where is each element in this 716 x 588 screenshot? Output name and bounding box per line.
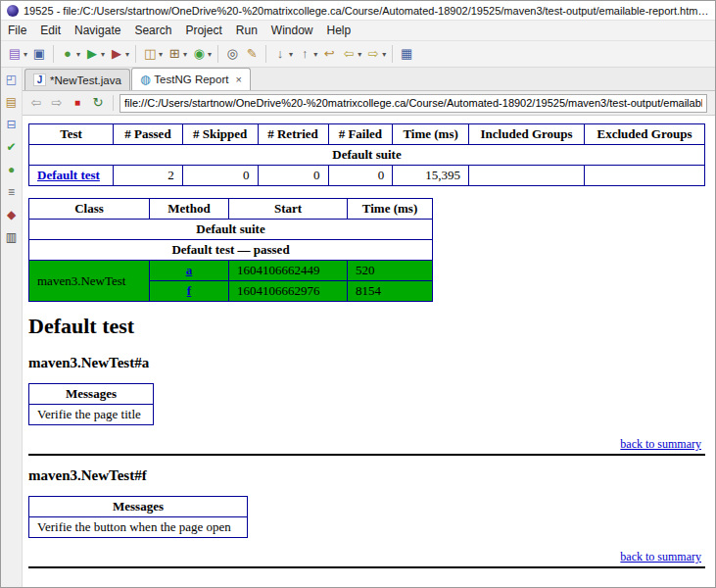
start-timestamp: 1604106662449 <box>229 261 348 281</box>
left-view-strip: ◰ ▤ ⊟ ✔ ● ≡ ◆ ▥ <box>1 68 23 588</box>
menu-file[interactable]: File <box>1 22 33 39</box>
stop-icon[interactable]: ■ <box>69 94 86 112</box>
web-page-icon: ◍ <box>140 73 150 86</box>
tab-testng-report[interactable]: ◍ TestNG Report × <box>131 68 251 90</box>
messages-header: Messages <box>29 497 248 517</box>
new-wizard-icon[interactable]: ▤ <box>5 43 29 65</box>
test-heading: Default test <box>28 314 705 339</box>
menu-navigate[interactable]: Navigate <box>68 22 127 39</box>
junit-icon[interactable]: ✔ <box>4 139 20 155</box>
debug-icon[interactable]: ● <box>58 43 82 65</box>
method-detail-table: Class Method Start Time (ms) Default sui… <box>28 198 433 302</box>
method-f-heading: maven3.NewTest#f <box>28 467 705 484</box>
col-start: Start <box>229 199 348 220</box>
method-a-link[interactable]: a <box>186 263 193 277</box>
suite-name-row: Default suite <box>29 220 433 240</box>
retried-count: 0 <box>258 166 328 186</box>
class-name: maven3.NewTest <box>29 261 150 302</box>
editor-area: J *NewTest.java ◍ TestNG Report × ⇦ ⇨ ■ … <box>23 68 715 588</box>
search-icon[interactable]: ◎ <box>222 43 242 65</box>
save-icon[interactable]: ▣ <box>29 43 49 65</box>
main-toolbar: ▤ ▣ ● ▶ ▶ ◫ ⊞ ◉ ◎ ✎ ↓ ↑ ↩ ⇦ ⇨ ▦ <box>1 41 715 68</box>
debug-view-icon[interactable]: ● <box>4 162 20 177</box>
toolbar-separator <box>217 45 218 63</box>
previous-annotation-icon[interactable]: ↑ <box>295 43 319 65</box>
menu-bar: File Edit Navigate Search Project Run Wi… <box>1 21 715 41</box>
forward-history-icon[interactable]: ⇨ <box>363 43 388 65</box>
method-a-heading: maven3.NewTest#a <box>28 355 705 371</box>
tab-label: *NewTest.java <box>50 74 121 86</box>
col-passed: # Passed <box>114 124 182 145</box>
new-class-icon[interactable]: ◉ <box>189 43 214 65</box>
suite-name-row: Default suite <box>29 145 705 166</box>
menu-search[interactable]: Search <box>127 22 178 39</box>
col-time-ms: Time (ms) <box>348 199 433 220</box>
report-content: Test # Passed # Skipped # Retried # Fail… <box>23 116 715 588</box>
open-task-icon[interactable]: ✎ <box>242 43 262 65</box>
window-title: 19525 - file:/C:/Users/startnow/OneDrive… <box>24 5 709 17</box>
testng-view-icon[interactable]: ◆ <box>4 207 20 222</box>
menu-window[interactable]: Window <box>264 22 320 39</box>
col-test: Test <box>29 124 114 145</box>
back-to-summary-link[interactable]: back to summary <box>620 437 701 451</box>
tab-newtest-java[interactable]: J *NewTest.java <box>24 69 130 90</box>
passed-count: 2 <box>114 166 182 186</box>
next-annotation-icon[interactable]: ↓ <box>270 43 295 65</box>
message-text: Verifie the button when the page open <box>29 517 248 538</box>
close-icon[interactable]: × <box>235 74 241 85</box>
toolbar-separator <box>53 45 54 63</box>
suite-summary-table: Test # Passed # Skipped # Retried # Fail… <box>28 123 705 186</box>
last-edit-location-icon[interactable]: ↩ <box>319 43 339 65</box>
menu-run[interactable]: Run <box>229 22 264 39</box>
browser-separator <box>113 95 114 111</box>
test-status-row: Default test — passed <box>29 240 433 261</box>
title-bar: 19525 - file:/C:/Users/startnow/OneDrive… <box>1 1 715 21</box>
back-to-summary-row: back to summary <box>28 437 701 452</box>
console-icon[interactable]: ▥ <box>4 229 20 245</box>
new-package-icon[interactable]: ⊞ <box>165 43 189 65</box>
eclipse-window: 19525 - file:/C:/Users/startnow/OneDrive… <box>0 0 716 588</box>
back-to-summary-link[interactable]: back to summary <box>620 550 701 564</box>
workbench-body: ◰ ▤ ⊟ ✔ ● ≡ ◆ ▥ J *NewTest.java ◍ TestNG… <box>1 68 715 588</box>
run-icon[interactable]: ▶ <box>82 43 107 65</box>
default-test-link[interactable]: Default test <box>37 168 100 182</box>
col-failed: # Failed <box>328 124 393 145</box>
new-java-project-icon[interactable]: ◫ <box>140 43 165 65</box>
messages-table-a: Messages Verifie the page title <box>28 383 154 425</box>
menu-help[interactable]: Help <box>320 22 358 39</box>
type-hierarchy-icon[interactable]: ⊟ <box>4 117 20 132</box>
forward-icon[interactable]: ⇨ <box>48 94 66 112</box>
address-bar[interactable] <box>119 94 707 113</box>
back-history-icon[interactable]: ⇦ <box>339 43 363 65</box>
menu-edit[interactable]: Edit <box>33 22 68 39</box>
time-value: 15,395 <box>393 166 469 186</box>
col-class: Class <box>29 199 150 220</box>
toolbar-separator <box>135 45 136 63</box>
included-groups-value <box>469 166 585 186</box>
menu-project[interactable]: Project <box>178 22 228 39</box>
duration-ms: 520 <box>348 261 433 281</box>
outline-icon[interactable]: ≡ <box>4 184 20 200</box>
external-tools-icon[interactable]: ▶ <box>107 43 131 65</box>
col-time: Time (ms) <box>393 124 469 145</box>
toolbar-separator <box>392 45 393 63</box>
table-row: maven3.NewTest a 1604106662449 520 <box>29 261 433 281</box>
open-perspective-icon[interactable]: ▦ <box>397 43 416 65</box>
restore-view-icon[interactable]: ◰ <box>4 72 20 87</box>
method-f-link[interactable]: f <box>187 283 191 298</box>
refresh-icon[interactable]: ↻ <box>89 94 107 112</box>
excluded-groups-value <box>585 166 705 186</box>
back-to-summary-row: back to summary <box>28 550 701 564</box>
back-icon[interactable]: ⇦ <box>27 94 45 112</box>
section-divider <box>28 454 705 456</box>
col-excluded-groups: Excluded Groups <box>585 124 705 145</box>
col-retried: # Retried <box>258 124 328 145</box>
col-included-groups: Included Groups <box>469 124 585 145</box>
col-method: Method <box>150 199 229 220</box>
editor-tab-bar: J *NewTest.java ◍ TestNG Report × <box>23 68 715 91</box>
browser-nav-bar: ⇦ ⇨ ■ ↻ <box>23 91 715 116</box>
start-timestamp: 1604106662976 <box>229 281 348 302</box>
java-file-icon: J <box>33 74 46 86</box>
package-explorer-icon[interactable]: ▤ <box>4 94 20 110</box>
table-row: Default test 2 0 0 0 15,395 <box>29 166 705 186</box>
